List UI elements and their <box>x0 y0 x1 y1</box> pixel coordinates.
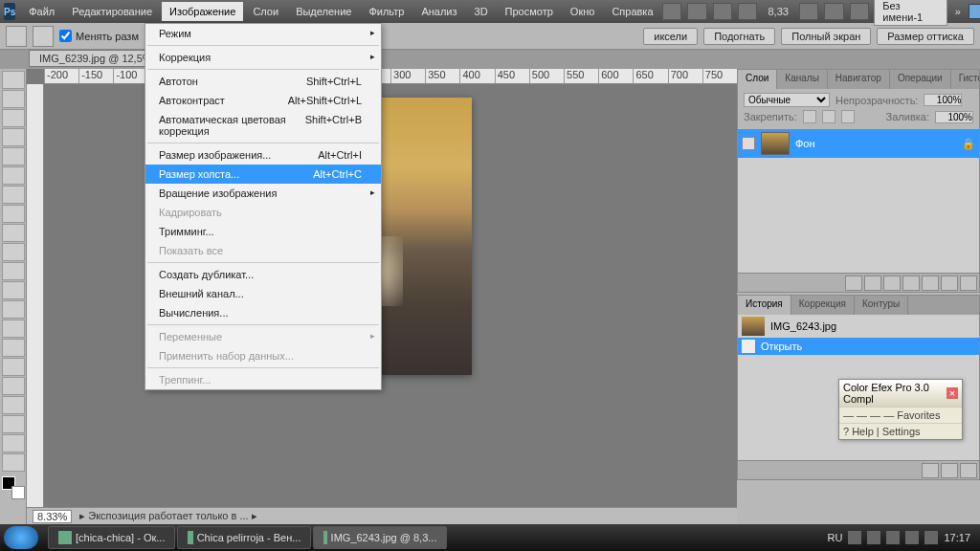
panel-tab[interactable]: Каналы <box>777 70 828 89</box>
trash-icon[interactable] <box>960 463 977 478</box>
rotate-icon[interactable] <box>850 3 869 20</box>
layer-row[interactable]: Фон 🔒 <box>738 129 979 158</box>
zoom-icon[interactable] <box>824 3 843 20</box>
color-efex-header[interactable]: Color Efex Pro 3.0 Compl × <box>839 380 962 407</box>
menu-справка[interactable]: Справка <box>604 2 660 21</box>
tray-icon[interactable] <box>848 531 861 544</box>
marquee-tool[interactable] <box>2 90 25 108</box>
menu-item[interactable]: АвтотонShift+Ctrl+L <box>145 72 381 91</box>
menu-item[interactable]: Тримминг... <box>145 222 381 241</box>
wand-tool[interactable] <box>2 128 25 146</box>
heal-tool[interactable] <box>2 186 25 204</box>
dodge-tool[interactable] <box>2 320 25 338</box>
menu-item[interactable]: Создать дубликат... <box>145 265 381 284</box>
menu-анализ[interactable]: Анализ <box>413 2 464 21</box>
crop-tool[interactable] <box>2 147 25 165</box>
option-button[interactable]: Подогнать <box>703 28 775 45</box>
panel-tab[interactable]: Навигатор <box>828 70 890 89</box>
hand-icon[interactable] <box>799 3 818 20</box>
panel-tab[interactable]: История <box>738 296 791 315</box>
panel-tab[interactable]: Гистограм <box>951 70 980 89</box>
color-efex-panel[interactable]: Color Efex Pro 3.0 Compl × — — — — Favor… <box>838 379 963 440</box>
lock-position-icon[interactable] <box>822 110 835 123</box>
menu-просмотр[interactable]: Просмотр <box>498 2 561 21</box>
history-brush-tool[interactable] <box>2 243 25 261</box>
menu-item[interactable]: Вычисления... <box>145 303 381 322</box>
panel-tab[interactable]: Контуры <box>855 296 908 315</box>
3d-tool[interactable] <box>2 415 25 433</box>
menu-item[interactable]: Автоматическая цветовая коррекцияShift+C… <box>145 110 381 141</box>
screenmode-icon[interactable] <box>713 3 732 20</box>
option-button[interactable]: иксели <box>643 28 698 45</box>
screenmode-icon[interactable] <box>662 3 681 20</box>
trash-icon[interactable] <box>960 276 977 291</box>
menu-слои[interactable]: Слои <box>245 2 286 21</box>
move-tool[interactable] <box>2 71 25 89</box>
minimize-button[interactable] <box>969 4 980 19</box>
new-layer-icon[interactable] <box>941 276 958 291</box>
tray-icon[interactable] <box>867 531 880 544</box>
panel-tab[interactable]: Операции <box>890 70 951 89</box>
path-tool[interactable] <box>2 377 25 395</box>
color-swatches[interactable] <box>2 476 25 499</box>
link-icon[interactable] <box>845 276 862 291</box>
panel-tab[interactable]: Коррекция <box>791 296 855 315</box>
hand-tool[interactable] <box>2 434 25 452</box>
volume-icon[interactable] <box>924 531 938 544</box>
menu-item[interactable]: Размер холста...Alt+Ctrl+C <box>145 165 381 184</box>
tray-icon[interactable] <box>886 531 900 544</box>
taskbar-task[interactable]: [chica-chica] - Ок... <box>48 526 175 549</box>
tray-icon[interactable] <box>905 531 919 544</box>
pen-tool[interactable] <box>2 339 25 357</box>
resize-checkbox-input[interactable] <box>59 30 72 42</box>
stamp-tool[interactable] <box>2 224 25 242</box>
gradient-tool[interactable] <box>2 281 25 299</box>
arrange-icon[interactable] <box>738 3 757 20</box>
option-button[interactable]: Полный экран <box>781 28 871 45</box>
mask-icon[interactable] <box>883 276 901 291</box>
start-button[interactable] <box>4 526 38 549</box>
eyedropper-tool[interactable] <box>2 166 25 185</box>
menu-item[interactable]: Размер изображения...Alt+Ctrl+I <box>145 145 381 165</box>
hand-tool-icon[interactable] <box>33 26 54 47</box>
clock[interactable]: 17:17 <box>944 532 970 543</box>
taskbar-task[interactable]: IMG_6243.jpg @ 8,3... <box>313 526 447 549</box>
menu-item[interactable]: АвтоконтрастAlt+Shift+Ctrl+L <box>145 91 381 110</box>
menu-item[interactable]: Внешний канал... <box>145 284 381 303</box>
layer-name[interactable]: Фон <box>795 138 815 149</box>
menu-фильтр[interactable]: Фильтр <box>361 2 412 21</box>
taskbar-task[interactable]: Chica pelirroja - Вен... <box>177 526 311 549</box>
layer-thumb[interactable] <box>761 132 790 155</box>
resize-checkbox[interactable]: Менять разм <box>59 30 139 42</box>
menu-item[interactable]: Коррекция <box>145 48 381 67</box>
panel-tab[interactable]: Слои <box>738 70 777 89</box>
history-step[interactable]: Открыть <box>738 338 979 355</box>
visibility-icon[interactable] <box>742 137 755 150</box>
option-button[interactable]: Размер оттиска <box>877 28 974 45</box>
eraser-tool[interactable] <box>2 262 25 280</box>
menu-окно[interactable]: Окно <box>563 2 603 21</box>
blend-mode-select[interactable]: Обычные <box>744 93 830 107</box>
fill-input[interactable] <box>935 111 973 123</box>
blur-tool[interactable] <box>2 300 25 319</box>
brush-tool[interactable] <box>2 205 25 223</box>
type-tool[interactable] <box>2 358 25 376</box>
history-snapshot[interactable]: IMG_6243.jpg <box>738 315 979 338</box>
menu-файл[interactable]: Файл <box>21 2 62 21</box>
fx-icon[interactable] <box>864 276 881 291</box>
color-efex-row[interactable]: ? Help | Settings <box>839 423 962 439</box>
lasso-tool[interactable] <box>2 109 25 127</box>
screenmode-icon[interactable] <box>687 3 706 20</box>
workspace-name[interactable]: Без имени-1 <box>874 0 947 26</box>
lock-all-icon[interactable] <box>841 110 855 123</box>
menu-item[interactable]: Вращение изображения <box>145 184 381 203</box>
group-icon[interactable] <box>922 276 939 291</box>
close-icon[interactable]: × <box>947 387 958 399</box>
menu-3d[interactable]: 3D <box>467 2 496 21</box>
new-snapshot-icon[interactable] <box>922 463 939 478</box>
opacity-input[interactable] <box>924 94 962 106</box>
menu-редактирование[interactable]: Редактирование <box>64 2 160 21</box>
zoom-tool[interactable] <box>2 453 25 472</box>
zoom-field[interactable]: 8.33% <box>33 510 72 523</box>
menu-выделение[interactable]: Выделение <box>288 2 359 21</box>
